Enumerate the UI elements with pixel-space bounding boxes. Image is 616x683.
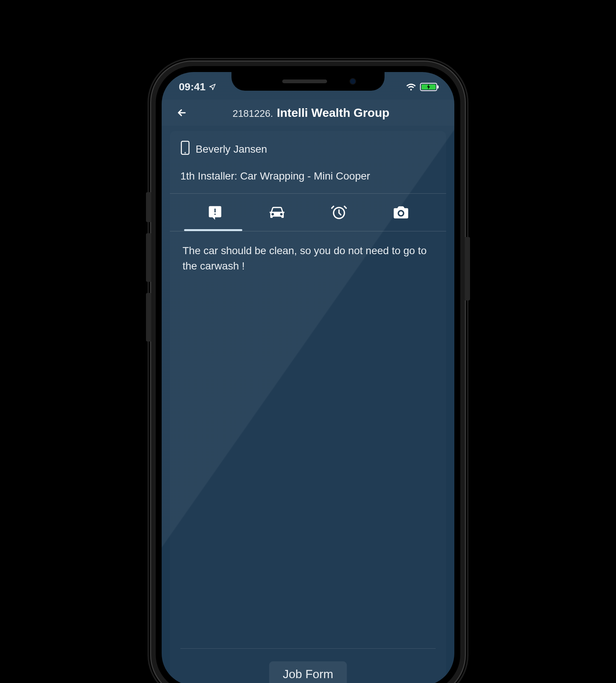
divider	[180, 648, 436, 649]
contact-name: Beverly Jansen	[196, 143, 267, 155]
svg-point-1	[185, 153, 185, 153]
phone-bezel: 09:41	[156, 66, 460, 683]
app-screen: 09:41	[162, 72, 454, 683]
tab-photos[interactable]	[370, 194, 432, 231]
svg-rect-3	[214, 213, 215, 215]
phone-volume-up	[146, 233, 151, 282]
wifi-icon	[406, 83, 416, 91]
job-card: Beverly Jansen 1th Installer: Car Wrappi…	[170, 131, 446, 683]
job-id: 2181226.	[233, 108, 273, 119]
company-name: Intelli Wealth Group	[277, 106, 389, 120]
battery-icon	[420, 83, 437, 91]
phone-power-button	[465, 237, 470, 300]
phone-front-camera	[349, 78, 356, 85]
phone-frame: 09:41	[151, 62, 465, 683]
svg-point-5	[399, 211, 403, 215]
page-title: 2181226. Intelli Wealth Group	[178, 106, 444, 120]
phone-speaker	[282, 79, 327, 83]
tab-indicator	[184, 229, 242, 231]
contact-row[interactable]: Beverly Jansen	[180, 141, 436, 158]
status-time: 09:41	[179, 81, 206, 93]
tab-bar	[180, 194, 436, 231]
tab-vehicle[interactable]	[246, 194, 308, 231]
phone-volume-down	[146, 293, 151, 342]
phone-icon	[180, 141, 190, 158]
location-icon	[209, 83, 216, 91]
phone-notch	[231, 72, 385, 91]
tab-notes[interactable]	[184, 194, 246, 231]
note-text: The car should be clean, so you do not n…	[180, 231, 436, 274]
svg-rect-2	[214, 209, 215, 212]
phone-side-button	[146, 192, 151, 222]
job-form-button[interactable]: Job Form	[269, 661, 346, 683]
tab-time[interactable]	[308, 194, 370, 231]
job-subtitle: 1th Installer: Car Wrapping - Mini Coope…	[180, 170, 436, 182]
app-header: 2181226. Intelli Wealth Group	[162, 100, 454, 126]
